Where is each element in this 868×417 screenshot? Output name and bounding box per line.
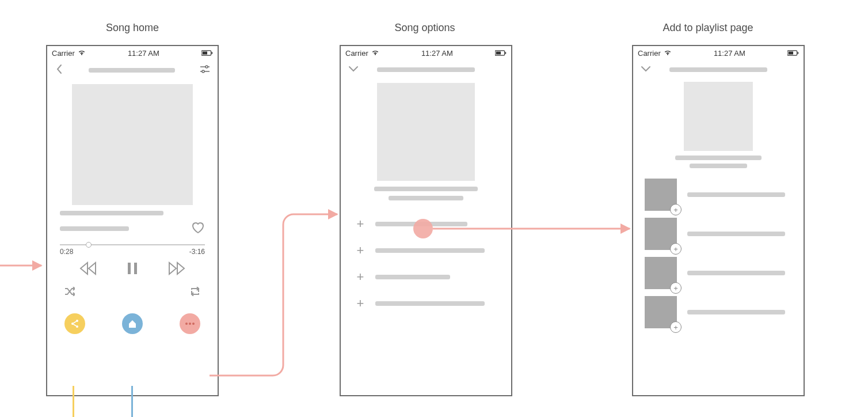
battery-icon (495, 50, 507, 56)
shuffle-icon[interactable] (64, 287, 75, 298)
status-bar: Carrier 11:27 AM (633, 46, 804, 60)
svg-rect-23 (789, 52, 793, 55)
battery-icon (201, 50, 213, 56)
svg-point-16 (189, 323, 191, 325)
svg-point-15 (185, 323, 188, 325)
connector-home (131, 386, 133, 417)
pause-icon[interactable] (127, 261, 138, 278)
wifi-icon (78, 49, 86, 58)
battery-icon (787, 50, 799, 56)
album-art (377, 83, 475, 181)
svg-rect-9 (134, 263, 137, 274)
svg-line-13 (74, 321, 77, 323)
svg-line-14 (74, 324, 77, 326)
share-button[interactable] (64, 313, 85, 334)
time-elapsed: 0:28 (60, 248, 73, 256)
screen-song-home: Carrier 11:27 AM 0:28 -3:16 (46, 45, 219, 396)
svg-rect-24 (797, 52, 798, 54)
screen-title-playlist: Add to playlist page (650, 22, 766, 34)
artist-placeholder (60, 226, 129, 231)
option-row-3[interactable]: + (341, 264, 511, 290)
home-button[interactable] (122, 313, 143, 334)
svg-point-6 (205, 66, 208, 68)
clock-label: 11:27 AM (421, 49, 453, 58)
screen-title-options: Song options (384, 22, 465, 34)
song-title-placeholder (675, 156, 762, 160)
collapse-chevron-icon[interactable] (349, 65, 358, 75)
add-icon[interactable]: + (670, 321, 682, 333)
time-remaining: -3:16 (189, 248, 205, 256)
album-art (72, 84, 193, 205)
playlist-name-placeholder (687, 232, 785, 236)
prev-track-icon[interactable] (79, 261, 97, 278)
screen-title-home: Song home (98, 22, 167, 34)
playlist-name-placeholder (687, 310, 785, 314)
svg-rect-19 (496, 52, 501, 55)
carrier-label: Carrier (345, 49, 368, 58)
artist-placeholder (389, 196, 463, 200)
wifi-icon (664, 49, 672, 58)
wifi-icon (371, 49, 379, 58)
nav-title-placeholder (377, 67, 475, 72)
song-title-placeholder (60, 211, 163, 215)
artist-placeholder (690, 164, 747, 168)
playlist-row[interactable]: + (633, 293, 804, 332)
more-button[interactable] (180, 313, 200, 334)
add-icon[interactable]: + (670, 243, 682, 255)
clock-label: 11:27 AM (714, 49, 745, 58)
song-title-placeholder (374, 187, 478, 191)
svg-rect-3 (211, 52, 212, 54)
album-art (684, 82, 753, 151)
plus-icon: + (355, 217, 366, 232)
equalizer-icon[interactable] (200, 65, 210, 76)
svg-rect-2 (203, 52, 207, 55)
carrier-label: Carrier (638, 49, 661, 58)
nav-title-placeholder (89, 68, 175, 73)
connector-share (73, 386, 74, 417)
status-bar: Carrier 11:27 AM (341, 46, 511, 60)
clock-label: 11:27 AM (128, 49, 159, 58)
playlist-name-placeholder (687, 271, 785, 275)
playlist-thumb: + (645, 218, 677, 250)
progress-knob[interactable] (86, 242, 92, 248)
nav-title-placeholder (669, 67, 767, 72)
flow-arrow-1 (210, 212, 342, 379)
add-icon[interactable]: + (670, 204, 682, 215)
playlist-row[interactable]: + (633, 253, 804, 293)
collapse-chevron-icon[interactable] (641, 65, 650, 75)
plus-icon: + (355, 296, 366, 311)
next-track-icon[interactable] (168, 261, 185, 278)
playlist-thumb: + (645, 179, 677, 211)
svg-point-7 (202, 70, 204, 73)
status-bar: Carrier 11:27 AM (47, 46, 218, 60)
option-label-placeholder (375, 301, 485, 306)
screen-add-playlist: Carrier 11:27 AM + + + + (632, 45, 805, 396)
add-icon[interactable]: + (670, 282, 682, 294)
svg-point-17 (192, 323, 195, 325)
option-label-placeholder (375, 275, 450, 279)
option-row-4[interactable]: + (341, 290, 511, 317)
playlist-thumb: + (645, 257, 677, 289)
flow-arrow-2 (433, 225, 634, 233)
back-chevron-icon[interactable] (55, 65, 63, 76)
progress-bar[interactable] (60, 244, 205, 245)
heart-icon[interactable] (191, 221, 205, 236)
flow-arrow-in (0, 261, 46, 270)
playlist-thumb: + (645, 296, 677, 328)
plus-icon: + (355, 243, 366, 258)
playlist-row[interactable]: + (633, 214, 804, 253)
svg-rect-20 (505, 52, 506, 54)
option-label-placeholder (375, 248, 485, 253)
option-row-2[interactable]: + (341, 237, 511, 264)
carrier-label: Carrier (52, 49, 75, 58)
svg-rect-8 (128, 263, 131, 274)
playlist-row[interactable]: + (633, 175, 804, 214)
repeat-icon[interactable] (190, 287, 200, 298)
tap-hotspot (413, 219, 433, 238)
plus-icon: + (355, 270, 366, 285)
playlist-name-placeholder (687, 192, 785, 197)
